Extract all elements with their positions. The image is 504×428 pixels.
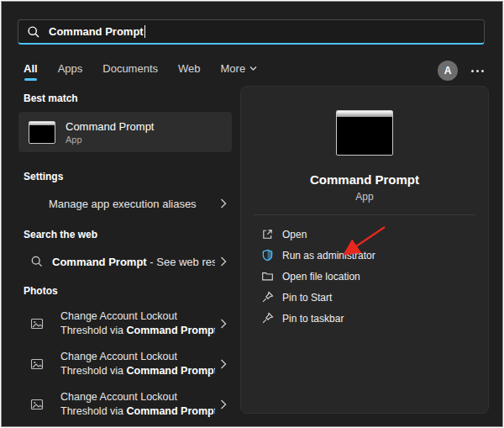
settings-result-label: Manage app execution aliases xyxy=(49,198,215,210)
folder-icon xyxy=(261,270,274,283)
best-match-result-command-prompt[interactable]: Command Prompt App xyxy=(18,112,232,152)
search-query-text: Command Prompt xyxy=(49,25,144,38)
tabs-right-controls: A xyxy=(438,61,486,81)
tab-more[interactable]: More xyxy=(221,62,258,81)
section-header-settings: Settings xyxy=(24,171,232,182)
web-result-query: Command Prompt xyxy=(52,256,147,268)
tab-apps-label: Apps xyxy=(58,62,83,75)
open-icon xyxy=(261,228,274,240)
preview-title: Command Prompt xyxy=(310,172,419,187)
action-pin-to-taskbar-label: Pin to taskbar xyxy=(282,313,344,325)
section-header-photos: Photos xyxy=(24,285,232,297)
search-input[interactable]: Command Prompt xyxy=(18,19,485,45)
photo-result-2[interactable]: Change Account Lockout Threshold via Com… xyxy=(18,345,232,383)
web-result-command-prompt[interactable]: Command Prompt - See web results xyxy=(18,248,232,275)
tab-documents-label: Documents xyxy=(102,62,158,75)
preview-actions: Open Run as administrator Open file loca… xyxy=(241,224,488,329)
photo-result-text: Change Account Lockout Threshold via Com… xyxy=(60,351,215,378)
photo-result-1[interactable]: Change Account Lockout Threshold via Com… xyxy=(18,304,232,343)
search-results-column: Best match Command Prompt App Settings M… xyxy=(18,92,232,425)
photo-icon xyxy=(30,357,44,371)
search-filter-tabs: All Apps Documents Web More A xyxy=(24,62,486,82)
tab-web-label: Web xyxy=(178,62,201,75)
best-match-text: Command Prompt App xyxy=(66,120,154,145)
tab-apps[interactable]: Apps xyxy=(58,62,83,81)
action-open-file-location-label: Open file location xyxy=(282,271,360,283)
tab-documents[interactable]: Documents xyxy=(102,62,158,81)
section-header-search-the-web: Search the web xyxy=(24,229,232,240)
action-pin-to-start-label: Pin to Start xyxy=(282,292,332,304)
tab-all[interactable]: All xyxy=(24,62,38,81)
search-icon xyxy=(27,25,40,39)
photo-result-text: Change Account Lockout Threshold via Com… xyxy=(60,391,215,418)
search-icon xyxy=(30,255,44,268)
action-pin-to-taskbar[interactable]: Pin to taskbar xyxy=(256,308,473,329)
photo-result-line2: Threshold via Command Prompt 3 xyxy=(60,365,215,378)
photo-result-3[interactable]: Change Account Lockout Threshold via Com… xyxy=(18,385,232,424)
photo-result-line2: Threshold via Command Prompt xyxy=(60,325,215,337)
settings-result-manage-aliases[interactable]: Manage app execution aliases xyxy=(18,190,232,217)
user-avatar[interactable]: A xyxy=(438,61,458,81)
pin-icon xyxy=(261,312,274,325)
best-match-name: Command Prompt xyxy=(66,120,154,133)
more-options-button[interactable] xyxy=(470,66,486,76)
chevron-right-icon xyxy=(220,359,227,369)
action-run-as-administrator-label: Run as administrator xyxy=(282,250,375,262)
photo-icon xyxy=(30,398,44,411)
shield-icon xyxy=(261,249,274,262)
chevron-right-icon xyxy=(220,319,227,329)
action-pin-to-start[interactable]: Pin to Start xyxy=(256,287,473,308)
best-match-type: App xyxy=(66,135,154,145)
result-preview-panel: Command Prompt App Open Run as administr… xyxy=(240,86,489,414)
web-result-label: Command Prompt - See web results xyxy=(52,256,215,268)
action-run-as-administrator[interactable]: Run as administrator xyxy=(256,245,473,266)
text-caret xyxy=(144,25,145,38)
photo-icon xyxy=(30,317,44,330)
photo-result-text: Change Account Lockout Threshold via Com… xyxy=(60,310,215,337)
action-open-label: Open xyxy=(282,229,307,240)
command-prompt-icon-large xyxy=(336,110,393,156)
divider xyxy=(254,214,475,215)
chevron-down-icon xyxy=(249,66,257,71)
action-open[interactable]: Open xyxy=(256,224,473,245)
chevron-right-icon xyxy=(220,399,227,410)
tab-web[interactable]: Web xyxy=(178,62,201,81)
search-flyout-window: Command Prompt All Apps Documents Web Mo… xyxy=(1,1,503,427)
chevron-right-icon xyxy=(220,256,227,267)
photo-result-line1: Change Account Lockout xyxy=(60,351,215,363)
tab-more-label: More xyxy=(221,62,246,75)
action-open-file-location[interactable]: Open file location xyxy=(256,266,473,287)
preview-subtitle: App xyxy=(355,191,373,203)
section-header-best-match: Best match xyxy=(24,92,232,104)
photo-result-line1: Change Account Lockout xyxy=(60,310,215,323)
pin-icon xyxy=(261,291,274,304)
chevron-right-icon xyxy=(220,198,227,209)
tab-all-label: All xyxy=(24,62,38,75)
photo-result-line2: Threshold via Command Prompt 2 xyxy=(60,405,215,418)
photo-result-line1: Change Account Lockout xyxy=(60,391,215,404)
web-result-suffix: - See web results xyxy=(147,256,215,268)
command-prompt-icon xyxy=(29,121,55,144)
